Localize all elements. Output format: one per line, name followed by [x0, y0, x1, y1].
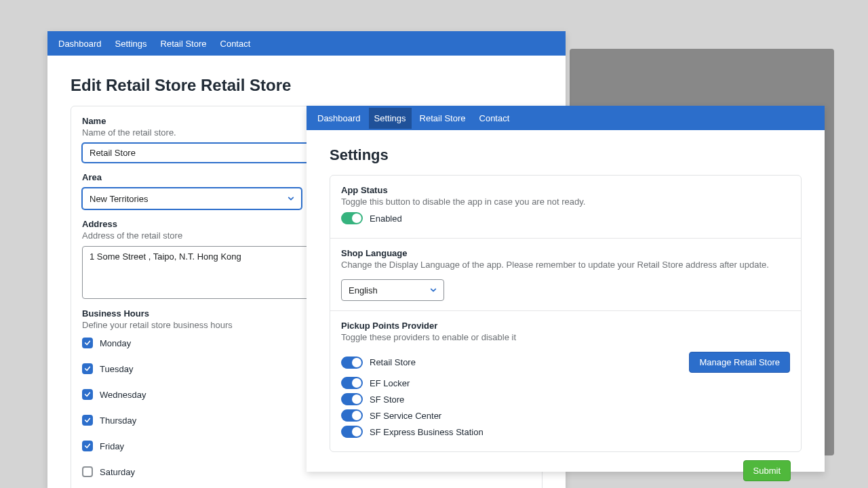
app-status-toggle[interactable] — [341, 212, 363, 224]
chevron-down-icon — [430, 287, 437, 293]
manage-retail-store-button[interactable]: Manage Retail Store — [689, 352, 790, 373]
provider-label: SF Express Business Station — [370, 427, 484, 437]
nav-dashboard[interactable]: Dashboard — [53, 33, 107, 54]
shop-language-label: Shop Language — [341, 248, 790, 258]
provider-toggle-retail-store[interactable] — [341, 357, 363, 369]
settings-footer: Submit — [330, 452, 802, 488]
checkbox-icon — [82, 466, 93, 477]
name-value: Retail Store — [90, 148, 136, 158]
provider-toggle-sf-express-business-station[interactable] — [341, 426, 363, 438]
nav-contact[interactable]: Contact — [215, 33, 256, 54]
day-label: Friday — [100, 441, 124, 451]
pickup-provider-section: Pickup Points Provider Toggle these prov… — [330, 310, 801, 451]
pickup-provider-label: Pickup Points Provider — [341, 321, 516, 331]
settings-page: Settings App Status Toggle this button t… — [307, 130, 825, 488]
provider-toggle-sf-store[interactable] — [341, 393, 363, 405]
area-label: Area — [82, 172, 302, 182]
nav-retail-store[interactable]: Retail Store — [155, 33, 212, 54]
pickup-provider-help: Toggle these providers to enable or disa… — [341, 332, 516, 342]
nav-dashboard[interactable]: Dashboard — [312, 108, 366, 129]
navbar-front: Dashboard Settings Retail Store Contact — [307, 106, 825, 130]
address-value: 1 Some Street , Taipo, N.T. Hong Kong — [90, 251, 241, 262]
area-select[interactable]: New Territories — [82, 188, 302, 209]
settings-card: App Status Toggle this button to disable… — [330, 175, 802, 452]
day-label: Tuesday — [100, 364, 133, 374]
settings-window: Dashboard Settings Retail Store Contact … — [307, 106, 825, 472]
nav-contact[interactable]: Contact — [474, 108, 515, 129]
app-status-section: App Status Toggle this button to disable… — [330, 176, 801, 238]
area-value: New Territories — [90, 194, 288, 204]
checkbox-icon — [82, 338, 93, 348]
page-title: Edit Retail Store Retail Store — [71, 76, 542, 95]
submit-button[interactable]: Submit — [743, 460, 791, 481]
shop-language-select[interactable]: English — [341, 279, 444, 301]
shop-language-value: English — [349, 285, 430, 296]
nav-settings[interactable]: Settings — [369, 108, 412, 129]
provider-toggle-sf-service-center[interactable] — [341, 409, 363, 422]
navbar-back: Dashboard Settings Retail Store Contact — [47, 31, 566, 56]
app-status-label: App Status — [341, 185, 790, 195]
app-status-help: Toggle this button to disable the app in… — [341, 197, 790, 207]
app-status-value: Enabled — [370, 214, 402, 224]
shop-language-help: Change the Display Language of the app. … — [341, 260, 790, 270]
checkbox-icon — [82, 363, 93, 374]
nav-settings[interactable]: Settings — [110, 33, 153, 54]
checkbox-icon — [82, 415, 93, 426]
chevron-down-icon — [288, 195, 294, 202]
provider-label: Retail Store — [370, 357, 416, 367]
day-label: Wednesday — [100, 390, 146, 400]
day-label: Monday — [100, 338, 131, 348]
nav-retail-store[interactable]: Retail Store — [414, 108, 471, 129]
provider-toggle-ef-locker[interactable] — [341, 377, 363, 389]
provider-label: SF Service Center — [370, 411, 441, 421]
shop-language-section: Shop Language Change the Display Languag… — [330, 238, 801, 310]
provider-label: EF Locker — [370, 378, 410, 388]
day-label: Thursday — [100, 415, 136, 426]
provider-label: SF Store — [370, 394, 404, 405]
page-title: Settings — [330, 146, 802, 164]
checkbox-icon — [82, 389, 93, 400]
day-label: Saturday — [100, 467, 135, 477]
checkbox-icon — [82, 441, 93, 451]
